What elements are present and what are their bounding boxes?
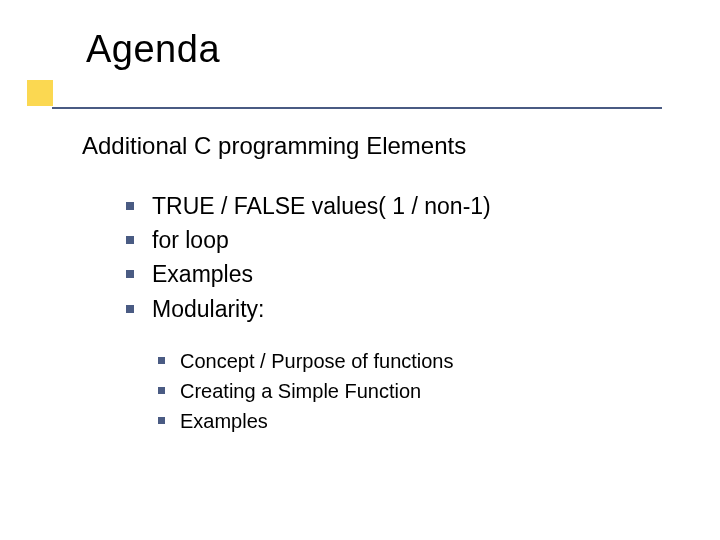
slide: Agenda Additional C programming Elements… xyxy=(0,0,720,540)
list-item-text: Examples xyxy=(152,261,253,287)
slide-title: Agenda xyxy=(86,28,220,71)
list-item-text: Concept / Purpose of functions xyxy=(180,350,454,372)
subtitle: Additional C programming Elements xyxy=(82,132,662,160)
list-item: for loop xyxy=(126,224,662,256)
list-item: Creating a Simple Function xyxy=(158,377,662,405)
list-item: Examples xyxy=(158,407,662,435)
list-item-text: TRUE / FALSE values( 1 / non-1) xyxy=(152,193,491,219)
title-underline xyxy=(52,107,662,109)
sub-bullet-list: Concept / Purpose of functions Creating … xyxy=(158,347,662,435)
list-item: Examples xyxy=(126,258,662,290)
list-item: Modularity: xyxy=(126,293,662,325)
list-item-text: Modularity: xyxy=(152,296,264,322)
accent-square xyxy=(27,80,53,106)
list-item-text: Creating a Simple Function xyxy=(180,380,421,402)
list-item-text: for loop xyxy=(152,227,229,253)
bullet-list: TRUE / FALSE values( 1 / non-1) for loop… xyxy=(126,190,662,325)
list-item-text: Examples xyxy=(180,410,268,432)
list-item: TRUE / FALSE values( 1 / non-1) xyxy=(126,190,662,222)
list-item: Concept / Purpose of functions xyxy=(158,347,662,375)
title-block: Agenda xyxy=(86,28,220,71)
slide-body: Additional C programming Elements TRUE /… xyxy=(82,132,662,437)
